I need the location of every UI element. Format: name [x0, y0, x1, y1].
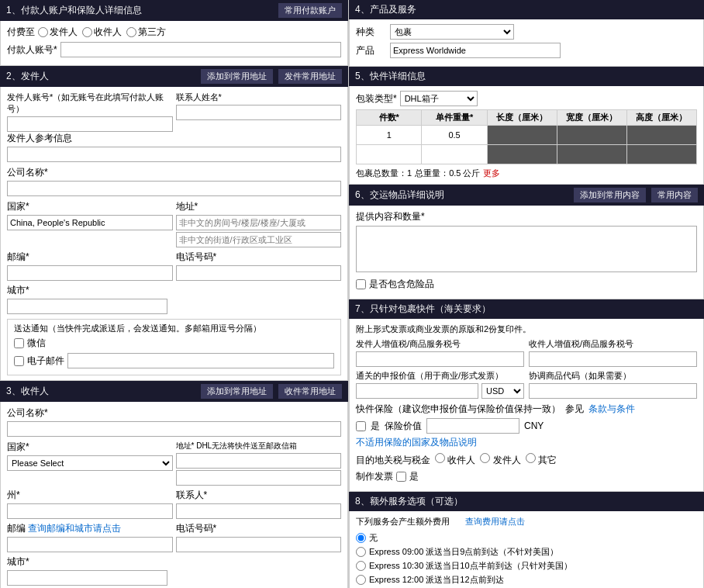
account-input[interactable] [60, 42, 341, 57]
package-type-select[interactable]: DHL箱子 [400, 91, 478, 106]
vat-row: 发件人增值税/商品服务税号 收件人增值税/商品服务税号 [356, 338, 697, 367]
sender-city-row: 城市* [7, 284, 341, 314]
tax-receiver-option[interactable]: 收件人 [435, 453, 475, 467]
width-input[interactable] [561, 127, 623, 143]
insurance-label: 快件保险（建议您申报价值与保险价值保持一致） [356, 403, 561, 416]
sender-address2-input[interactable] [176, 232, 342, 247]
receiver-country-address: 国家* Please Select 地址* DHL无法将快件送至邮政信箱 [7, 441, 341, 486]
length-input[interactable] [491, 127, 554, 143]
section7-title: 7、只针对包裹快件（海关要求） [355, 303, 491, 316]
section7-header: 7、只针对包裹快件（海关要求） [349, 299, 704, 319]
payment-to-label: 付费至 [7, 26, 35, 39]
receiver-address2-input[interactable] [176, 470, 342, 486]
sender-account-input[interactable] [7, 116, 173, 132]
receiver-country-label: 国家* [7, 441, 173, 454]
common-receiver-btn[interactable]: 收件常用地址 [278, 384, 342, 399]
terms-link[interactable]: 条款与条件 [588, 403, 635, 416]
option-none-radio[interactable] [356, 533, 366, 543]
customs-value-label: 通关的申报价值（用于商业/形式发票） [356, 370, 524, 382]
product-input[interactable] [390, 43, 561, 58]
payment-third-option[interactable]: 第三方 [126, 26, 166, 39]
package-row-2 [357, 145, 697, 164]
tax-sender-option[interactable]: 发件人 [480, 453, 520, 467]
common-sender-btn[interactable]: 发件常用地址 [278, 69, 342, 84]
notify-email-input[interactable] [67, 353, 334, 368]
fee-link[interactable]: 查询费用请点击 [465, 516, 525, 527]
harmonized-input[interactable] [529, 383, 697, 399]
insurance-value-input[interactable] [426, 418, 519, 434]
width-input-2[interactable] [561, 147, 623, 162]
receiver-postcode-input[interactable] [7, 537, 173, 552]
customs-value-input[interactable] [356, 383, 478, 399]
pieces-input-2[interactable] [360, 147, 418, 162]
tax-other-radio[interactable] [526, 453, 536, 463]
option-1200-label: Express 12:00 派送当日12点前到达 [369, 574, 504, 586]
add-to-common-content-btn[interactable]: 添加到常用内容 [574, 188, 646, 202]
receiver-address1-input[interactable] [176, 453, 342, 469]
sender-postcode-input[interactable] [7, 265, 173, 281]
notify-wechat-row: 微信 [14, 337, 334, 350]
package-row-1 [357, 126, 697, 145]
invoice-checkbox[interactable] [396, 472, 406, 482]
sender-country-label: 国家* [7, 200, 173, 213]
notify-email-label: 电子邮件 [27, 355, 64, 368]
sender-city-input[interactable] [7, 299, 167, 314]
add-to-common-sender-btn[interactable]: 添加到常用地址 [201, 69, 273, 84]
dangerous-checkbox[interactable] [356, 279, 366, 289]
height-input-2[interactable] [630, 147, 693, 162]
not-applicable-link[interactable]: 不适用保险的国家及物品说明 [356, 437, 477, 448]
receiver-city-input[interactable] [7, 570, 167, 586]
col-width: 宽度（厘米） [557, 110, 626, 126]
payment-receiver-option[interactable]: 收件人 [82, 26, 122, 39]
receiver-country-select[interactable]: Please Select [7, 455, 173, 471]
sender-phone-input[interactable] [176, 265, 342, 281]
length-input-2[interactable] [491, 147, 554, 162]
receiver-phone-input[interactable] [176, 537, 342, 552]
sender-contact-input[interactable] [176, 105, 342, 120]
sender-vat-input[interactable] [356, 351, 524, 367]
sender-country-input[interactable] [7, 215, 173, 230]
more-link[interactable]: 更多 [483, 168, 500, 179]
content-textarea[interactable] [356, 226, 697, 272]
width-cell-2 [557, 145, 626, 164]
sender-company-input[interactable] [7, 181, 341, 196]
receiver-state-input[interactable] [7, 503, 173, 519]
option-1030-label: Express 10:30 派送当日10点半前到达（只针对美国） [369, 560, 572, 572]
payment-third-radio[interactable] [126, 27, 136, 37]
notify-email-checkbox[interactable] [14, 356, 24, 366]
option-1030-radio[interactable] [356, 561, 366, 571]
section2-header: 2、发件人 添加到常用地址 发件常用地址 [0, 66, 348, 87]
notify-wechat-checkbox[interactable] [14, 338, 24, 348]
payment-receiver-radio[interactable] [82, 27, 92, 37]
sender-address1-input[interactable] [176, 215, 342, 230]
col-length: 长度（厘米） [487, 110, 557, 126]
insurance-checkbox[interactable] [356, 421, 366, 431]
payment-sender-option[interactable]: 发件人 [38, 26, 78, 39]
product-type-select[interactable]: 包裹 [390, 24, 514, 40]
fee-info-row: 下列服务会产生额外费用 查询费用请点击 [356, 516, 697, 527]
section3-title: 3、收件人 [6, 385, 49, 398]
common-content-btn[interactable]: 常用内容 [651, 188, 698, 202]
weight-input[interactable] [425, 127, 483, 143]
option-0900-radio[interactable] [356, 547, 366, 557]
weight-input-2[interactable] [425, 147, 483, 162]
common-payment-btn[interactable]: 常用付款账户 [278, 3, 342, 18]
payment-sender-radio[interactable] [38, 27, 48, 37]
receiver-vat-input[interactable] [529, 351, 697, 367]
tax-receiver-radio[interactable] [435, 453, 445, 463]
tax-other-option[interactable]: 其它 [526, 453, 557, 467]
sender-ref-input[interactable] [7, 147, 341, 162]
invoice-note: 附上形式发票或商业发票的原版和2份复印件。 [356, 323, 697, 335]
section7-body: 附上形式发票或商业发票的原版和2份复印件。 发件人增值税/商品服务税号 收件人增… [349, 319, 704, 492]
currency-select[interactable]: USD [481, 383, 524, 399]
tax-sender-radio[interactable] [480, 453, 490, 463]
postcode-lookup-link[interactable]: 查询邮编和城市请点击 [28, 523, 121, 534]
receiver-contact-input[interactable] [176, 503, 342, 519]
height-input[interactable] [630, 127, 693, 143]
add-to-common-receiver-btn[interactable]: 添加到常用地址 [201, 384, 273, 399]
receiver-company-input[interactable] [7, 421, 341, 437]
usd-row: USD [356, 383, 524, 399]
option-1200-radio[interactable] [356, 575, 366, 585]
pieces-input[interactable] [360, 127, 418, 143]
option-none: 无 [356, 532, 697, 544]
